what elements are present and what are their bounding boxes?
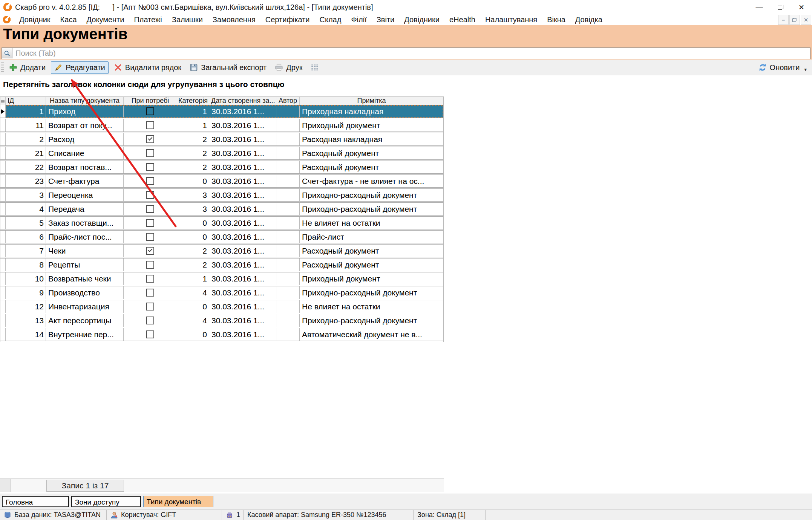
search-input[interactable]: [12, 49, 810, 58]
checkbox-icon[interactable]: [146, 219, 154, 227]
column-header-name[interactable]: Назва типу документа: [46, 97, 124, 105]
menu-item-4[interactable]: Залишки: [167, 15, 208, 24]
menu-item-11[interactable]: eHealth: [444, 15, 480, 24]
column-chooser-button[interactable]: [308, 62, 322, 73]
checkbox-icon[interactable]: [146, 261, 154, 269]
column-header-author[interactable]: Автор: [276, 97, 300, 105]
row-indicator-cell: [0, 300, 6, 313]
export-button[interactable]: Загальний експорт: [187, 62, 270, 73]
table-row[interactable]: 3Переоценка330.03.2016 1...Приходно-расх…: [0, 189, 443, 203]
table-row[interactable]: 13Акт пересортицы430.03.2016 1...Приходн…: [0, 314, 443, 328]
print-button[interactable]: Друк: [272, 62, 305, 73]
menu-item-0[interactable]: Довідник: [14, 15, 55, 24]
search-button[interactable]: [2, 48, 12, 58]
checkbox-icon[interactable]: [146, 330, 154, 338]
table-row[interactable]: 4Передача330.03.2016 1...Приходно-расход…: [0, 203, 443, 217]
table-row[interactable]: 1Приход130.03.2016 1...Приходная накладн…: [0, 105, 443, 119]
table-row[interactable]: 9Производство430.03.2016 1...Приходно-ра…: [0, 286, 443, 300]
checkbox-icon[interactable]: [146, 191, 154, 199]
group-by-hint: Перетягніть заголовок колонки сюди для у…: [3, 80, 284, 89]
column-header-category[interactable]: Категорія: [177, 97, 209, 105]
menu-item-12[interactable]: Налаштування: [480, 15, 542, 24]
delete-row-button[interactable]: Видалити рядок: [111, 62, 184, 73]
cell-created: 30.03.2016 1...: [209, 161, 276, 173]
edit-button-label: Редагувати: [66, 63, 105, 72]
checkbox-icon[interactable]: [146, 163, 154, 171]
tab-2[interactable]: Типи документів: [143, 496, 213, 507]
table-row[interactable]: 8Рецепты230.03.2016 1...Расходный докуме…: [0, 258, 443, 272]
menu-item-9[interactable]: Звіти: [372, 15, 399, 24]
chevron-down-icon[interactable]: ▾: [804, 67, 807, 72]
menu-item-5[interactable]: Замовлення: [208, 15, 260, 24]
mdi-restore-button[interactable]: [789, 15, 800, 25]
cell-category: 3: [177, 203, 209, 215]
refresh-button[interactable]: Оновити ▾: [758, 60, 807, 75]
checkbox-icon[interactable]: [146, 247, 154, 255]
table-row[interactable]: 5Заказ поставщи...030.03.2016 1...Не вли…: [0, 217, 443, 231]
edit-button[interactable]: Редагувати: [51, 61, 109, 74]
cell-created: 30.03.2016 1...: [209, 133, 276, 145]
menu-item-3[interactable]: Платежі: [129, 15, 167, 24]
table-row[interactable]: 14Внутренние пер...030.03.2016 1...Автом…: [0, 328, 443, 342]
column-header-on-demand[interactable]: При потребі: [124, 97, 177, 105]
checkbox-icon[interactable]: [146, 205, 154, 213]
checkbox-icon[interactable]: [146, 275, 154, 283]
menu-item-8[interactable]: Філії: [346, 15, 371, 24]
cell-note: Приходный документ: [300, 119, 443, 132]
table-row[interactable]: 10Возвратные чеки130.03.2016 1...Приходн…: [0, 272, 443, 286]
checkbox-icon[interactable]: [146, 121, 154, 129]
table-row[interactable]: 6Прайс-лист пос...030.03.2016 1...Прайс-…: [0, 231, 443, 245]
table-row[interactable]: 23Счет-фактура030.03.2016 1...Счет-факту…: [0, 175, 443, 189]
checkbox-icon[interactable]: [146, 303, 154, 310]
column-header-note[interactable]: Примітка: [300, 97, 443, 105]
checkbox-icon[interactable]: [146, 317, 154, 324]
row-indicator-cell: [0, 286, 6, 299]
table-row[interactable]: 12Инвентаризация030.03.2016 1...Не влияе…: [0, 300, 443, 314]
cell-id: 7: [6, 245, 46, 257]
page-title: Типи документів: [3, 26, 127, 43]
refresh-icon: [758, 63, 767, 72]
menu-item-13[interactable]: Вікна: [542, 15, 570, 24]
table-row[interactable]: 2Расход230.03.2016 1...Расходная накладн…: [0, 133, 443, 147]
menu-item-6[interactable]: Сертифікати: [260, 15, 315, 24]
grid-corner-grip-icon[interactable]: [0, 97, 6, 105]
cell-author: [276, 314, 300, 327]
minimize-button[interactable]: —: [749, 0, 770, 14]
add-button[interactable]: Додати: [6, 62, 49, 73]
cell-author: [276, 175, 300, 187]
close-button[interactable]: ✕: [791, 0, 812, 14]
mdi-close-button[interactable]: ✕: [801, 15, 811, 25]
status-cash-register-label: Касовий апарат: Samsung ER-350 №123456: [247, 511, 386, 519]
column-header-id[interactable]: ІД: [6, 97, 46, 105]
column-header-created[interactable]: Дата створення за...: [209, 97, 276, 105]
title-bar: Скарб pro v. 4.0.2.85 [ІД: ] - [Апт №003…: [0, 0, 812, 14]
mdi-minimize-button[interactable]: –: [778, 15, 789, 25]
checkbox-icon[interactable]: [146, 289, 154, 297]
user-icon: [110, 511, 118, 519]
table-row[interactable]: 22Возврат постав...230.03.2016 1...Расхо…: [0, 161, 443, 175]
table-row[interactable]: 21Списание230.03.2016 1...Расходный доку…: [0, 147, 443, 161]
checkbox-icon[interactable]: [146, 233, 154, 241]
table-row[interactable]: 7Чеки230.03.2016 1...Расходный документ: [0, 245, 443, 258]
table-row[interactable]: 11Возврат от поку...130.03.2016 1...Прих…: [0, 119, 443, 133]
checkbox-icon[interactable]: [146, 135, 154, 143]
menu-item-2[interactable]: Документи: [82, 15, 129, 24]
cell-on-demand: [124, 217, 177, 229]
checkbox-icon[interactable]: [146, 177, 154, 185]
window-controls: — ✕: [749, 0, 812, 14]
menu-item-7[interactable]: Склад: [314, 15, 346, 24]
menu-item-10[interactable]: Довідники: [399, 15, 444, 24]
checkbox-icon[interactable]: [146, 107, 154, 115]
toolbar-grip-handle[interactable]: [1, 62, 4, 73]
tab-0[interactable]: Головна: [2, 496, 69, 507]
menu-item-1[interactable]: Каса: [55, 15, 82, 24]
menu-item-14[interactable]: Довідка: [570, 15, 607, 24]
cell-name: Возврат постав...: [46, 161, 124, 173]
cell-category: 2: [177, 245, 209, 257]
cell-note: Расходный документ: [300, 245, 443, 257]
restore-button[interactable]: [770, 0, 791, 14]
delete-row-button-label: Видалити рядок: [125, 63, 181, 72]
tab-1[interactable]: Зони доступу: [71, 496, 141, 507]
checkbox-icon[interactable]: [146, 149, 154, 157]
row-indicator-cell: [0, 161, 6, 173]
